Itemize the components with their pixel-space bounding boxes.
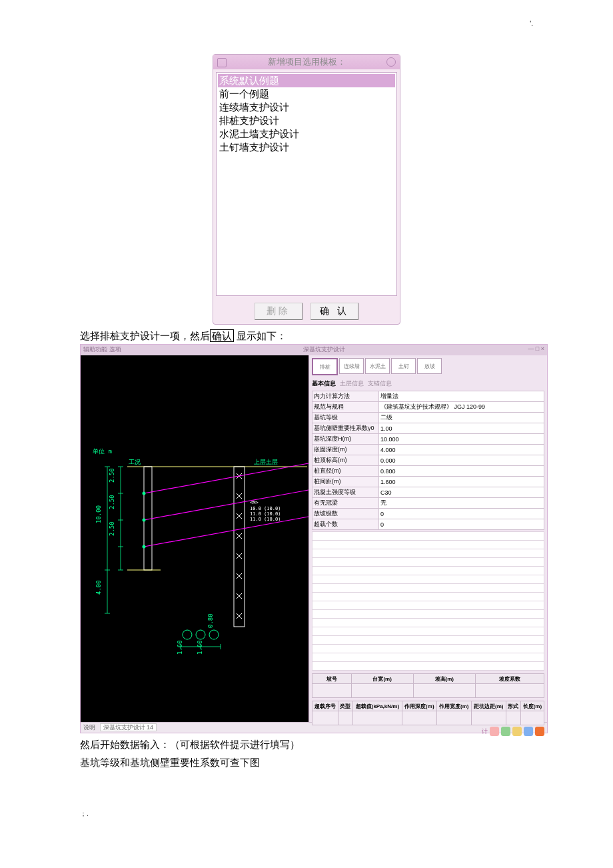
col-ol-shape: 形式 [506, 701, 520, 711]
slope-table[interactable]: 坡号 台宽(m) 坡高(m) 坡度系数 [312, 673, 544, 698]
prop-value[interactable]: 0 [379, 509, 544, 519]
property-grid[interactable]: 内力计算方法增量法规范与规程《建筑基坑支护技术规程》 JGJ 120-99基坑等… [312, 391, 544, 530]
svg-rect-1 [144, 467, 152, 570]
svg-text:2.50: 2.50 [109, 521, 115, 536]
delete-button[interactable]: 删除 [255, 303, 303, 320]
svg-text:10.0 (10.0): 10.0 (10.0) [250, 506, 281, 511]
col-ol-len: 长度(m) [520, 701, 544, 711]
prop-key: 放坡级数 [312, 509, 379, 519]
caption-1-pre: 选择排桩支护设计一项，然后 [80, 330, 210, 341]
footer-icon-5[interactable] [535, 727, 544, 736]
svg-line-24 [144, 463, 308, 493]
col-ol-no: 超载序号 [312, 701, 338, 711]
status-label: 说明 [83, 724, 95, 731]
prop-value[interactable]: 1.600 [379, 477, 544, 487]
property-grid-empty [312, 531, 544, 671]
footer-icon-3[interactable] [512, 727, 522, 736]
svg-line-25 [144, 490, 308, 520]
svg-text:11.0 (10.0): 11.0 (10.0) [250, 511, 281, 517]
right-panel: 排桩 连续墙 水泥土 土钉 放坡 基本信息 土层信息 支锚信息 内力计算方法增量… [309, 355, 547, 722]
toolbar-btn-nail[interactable]: 土钉 [391, 358, 416, 374]
dialog-titlebar: 新增项目选用模板： [213, 55, 400, 69]
drawing-unit-label: 单位 m [93, 448, 112, 455]
prop-value[interactable]: 4.000 [379, 445, 544, 455]
svg-point-55 [143, 545, 146, 549]
col-ol-depth: 作用深度(m) [402, 701, 436, 711]
template-list[interactable]: 系统默认例题 前一个例题 连续墙支护设计 排桩支护设计 水泥土墙支护设计 土钉墙… [216, 72, 397, 296]
svg-text:2.50: 2.50 [109, 468, 115, 483]
svg-text:2.50: 2.50 [109, 495, 115, 509]
status-text: 深基坑支护设计 14 [100, 723, 157, 731]
caption-1-post: 显示如下： [234, 330, 287, 341]
prop-key: 基坑深度H(m) [312, 434, 379, 445]
svg-text:4.00: 4.00 [95, 580, 102, 595]
prop-key: 桩顶标高(m) [312, 455, 379, 466]
prop-value[interactable]: 1.00 [379, 423, 544, 434]
svg-text:1.60: 1.60 [177, 640, 183, 655]
toolbar-btn-pile[interactable]: 排桩 [312, 358, 338, 375]
svg-point-43 [183, 630, 192, 639]
svg-point-45 [209, 630, 219, 639]
footer-icon-1[interactable] [490, 727, 499, 736]
footer-calc-label: 计 [482, 727, 488, 736]
list-item[interactable]: 排桩支护设计 [218, 114, 395, 127]
prop-key: 规范与规程 [312, 402, 379, 413]
svg-point-53 [143, 492, 146, 495]
body-text-1: 然后开始数据输入：（可根据软件提示进行填写） [80, 739, 533, 751]
menu-left[interactable]: 辅助功能 选项 [83, 345, 121, 355]
dialog-sysmenu-icon[interactable] [217, 58, 227, 67]
app-window: 辅助功能 选项 深基坑支护设计 — □ × 单位 m 工况 上层土层 [80, 344, 548, 733]
prop-value[interactable]: 二级 [379, 413, 544, 423]
toolbar-btn-wall[interactable]: 连续墙 [339, 358, 364, 374]
prop-value[interactable]: 增量法 [379, 391, 544, 402]
svg-line-26 [144, 517, 308, 547]
prop-value[interactable]: 0.800 [379, 466, 544, 477]
col-ol-val: 超载值(kPa,kN/m) [352, 701, 402, 711]
col-slope-coef: 坡度系数 [475, 674, 544, 684]
prop-key: 嵌固深度(m) [312, 445, 379, 455]
prop-value[interactable]: 0 [379, 519, 544, 530]
prop-value[interactable]: 无 [379, 498, 544, 509]
footer-icons: 计 [309, 725, 547, 737]
toolbar-btn-cement[interactable]: 水泥土 [365, 358, 390, 374]
prop-key: 桩直径(m) [312, 466, 379, 477]
info-tabs: 基本信息 土层信息 支锚信息 [309, 378, 547, 389]
caption-1-box: 确认 [210, 329, 234, 342]
prop-value[interactable]: 0.000 [379, 455, 544, 466]
prop-key: 内力计算方法 [312, 391, 379, 402]
svg-point-54 [143, 519, 146, 522]
template-dialog: 新增项目选用模板： 系统默认例题 前一个例题 连续墙支护设计 排桩支护设计 水泥… [213, 54, 400, 325]
window-controls[interactable]: — □ × [528, 345, 544, 355]
overload-table[interactable]: 超载序号 类型 超载值(kPa,kN/m) 作用深度(m) 作用宽度(m) 距坑… [312, 701, 544, 725]
dialog-close-icon[interactable] [386, 57, 396, 67]
prop-value[interactable]: 10.000 [379, 434, 544, 445]
col-ol-dist: 距坑边距(m) [471, 701, 506, 711]
prop-key: 桩间距(m) [312, 477, 379, 487]
prop-value[interactable]: 《建筑基坑支护技术规程》 JGJ 120-99 [379, 402, 544, 413]
list-item[interactable]: 连续墙支护设计 [218, 101, 395, 114]
col-ol-type: 类型 [338, 701, 352, 711]
prop-key: 超载个数 [312, 519, 379, 530]
col-bench-w: 台宽(m) [351, 674, 413, 684]
list-item[interactable]: 系统默认例题 [218, 74, 395, 87]
toolbar-btn-slope[interactable]: 放坡 [417, 358, 442, 374]
list-item[interactable]: 前一个例题 [218, 87, 395, 101]
prop-key: 混凝土强度等级 [312, 487, 379, 498]
tab-basic[interactable]: 基本信息 [312, 379, 336, 388]
svg-text:10.00: 10.00 [95, 505, 102, 523]
footer-icon-2[interactable] [501, 727, 510, 736]
list-item[interactable]: 水泥土墙支护设计 [218, 127, 395, 141]
ok-button[interactable]: 确 认 [310, 303, 358, 320]
prop-value[interactable]: C30 [379, 487, 544, 498]
cad-drawing-area[interactable]: 单位 m 工况 上层土层 [81, 355, 309, 722]
list-item[interactable]: 土钉墙支护设计 [218, 141, 395, 154]
svg-text:1.60: 1.60 [197, 640, 203, 655]
page-footer: ；. [80, 809, 533, 819]
prop-key: 基坑等级 [312, 413, 379, 423]
window-title: 深基坑支护设计 [303, 345, 345, 355]
tab-anchor[interactable]: 支锚信息 [368, 379, 392, 388]
prop-key: 有无冠梁 [312, 498, 379, 509]
tab-soil[interactable]: 土层信息 [340, 379, 364, 388]
body-text-2: 基坑等级和基坑侧壁重要性系数可查下图 [80, 757, 533, 769]
footer-icon-4[interactable] [524, 727, 533, 736]
